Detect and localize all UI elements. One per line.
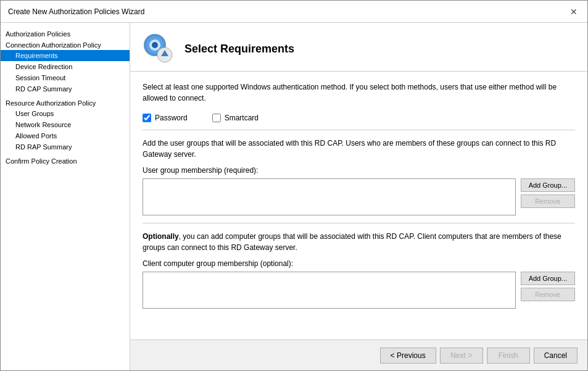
cancel-button[interactable]: Cancel	[534, 348, 578, 364]
user-group-listbox[interactable]	[143, 178, 516, 215]
computer-group-listbox[interactable]	[143, 272, 516, 309]
content-area: Authorization Policies Connection Author…	[1, 23, 587, 370]
computer-group-row: Add Group... Remove	[143, 272, 575, 309]
sidebar-section-confirm: Confirm Policy Creation	[1, 155, 130, 166]
wizard-body: Select at least one supported Windows au…	[130, 72, 587, 340]
divider-2	[143, 223, 575, 223]
sidebar-item-requirements[interactable]: Requirements	[1, 50, 130, 61]
user-group-row: Add Group... Remove	[143, 178, 575, 215]
sidebar-item-allowed-ports[interactable]: Allowed Ports	[1, 130, 130, 141]
sidebar: Authorization Policies Connection Author…	[1, 23, 130, 370]
sidebar-item-session-timeout[interactable]: Session Timeout	[1, 72, 130, 83]
auth-method-description: Select at least one supported Windows au…	[143, 81, 575, 104]
sidebar-section-connection-auth: Connection Authorization Policy	[1, 39, 130, 50]
user-group-field-label: User group membership (required):	[143, 166, 575, 175]
sidebar-item-rd-cap-summary[interactable]: RD CAP Summary	[1, 83, 130, 94]
user-group-remove-button[interactable]: Remove	[521, 194, 575, 208]
title-bar: Create New Authorization Policies Wizard…	[1, 1, 587, 23]
wizard-header: Select Requirements	[130, 23, 587, 72]
computer-group-remove-button[interactable]: Remove	[521, 288, 575, 301]
main-panel: Select Requirements Select at least one …	[130, 23, 587, 370]
computer-group-add-button[interactable]: Add Group...	[521, 272, 575, 285]
password-checkbox[interactable]	[143, 114, 151, 122]
computer-groups-description: Optionally, you can add computer groups …	[143, 231, 575, 253]
smartcard-label: Smartcard	[225, 114, 259, 122]
computer-group-field-label: Client computer group membership (option…	[143, 259, 575, 268]
sidebar-item-rd-rap-summary[interactable]: RD RAP Summary	[1, 141, 130, 152]
sidebar-item-user-groups[interactable]: User Groups	[1, 108, 130, 119]
sidebar-section-auth-policies: Authorization Policies	[1, 28, 130, 39]
wizard-icon	[143, 33, 175, 65]
password-checkbox-label[interactable]: Password	[143, 114, 188, 122]
close-button[interactable]: ✕	[568, 7, 580, 17]
page-title: Select Requirements	[184, 43, 294, 56]
sidebar-item-network-resource[interactable]: Network Resource	[1, 119, 130, 130]
computer-group-buttons: Add Group... Remove	[521, 272, 575, 301]
user-group-add-button[interactable]: Add Group...	[521, 178, 575, 192]
smartcard-checkbox[interactable]	[212, 114, 221, 122]
sidebar-item-device-redirection[interactable]: Device Redirection	[1, 61, 130, 72]
password-label: Password	[155, 114, 188, 122]
smartcard-checkbox-label[interactable]: Smartcard	[212, 114, 259, 122]
wizard-window: Create New Authorization Policies Wizard…	[0, 0, 588, 371]
user-groups-description: Add the user groups that will be associa…	[143, 138, 575, 160]
divider-1	[143, 130, 575, 130]
optional-word: Optionally	[143, 232, 179, 241]
next-button[interactable]: Next >	[440, 348, 483, 364]
user-group-buttons: Add Group... Remove	[521, 178, 575, 208]
window-title: Create New Authorization Policies Wizard	[8, 7, 144, 16]
svg-point-3	[152, 42, 158, 48]
previous-button[interactable]: < Previous	[380, 348, 436, 364]
finish-button[interactable]: Finish	[487, 348, 530, 364]
sidebar-section-resource-auth: Resource Authorization Policy	[1, 97, 130, 108]
footer: < Previous Next > Finish Cancel	[130, 340, 587, 370]
auth-methods-row: Password Smartcard	[143, 114, 575, 122]
